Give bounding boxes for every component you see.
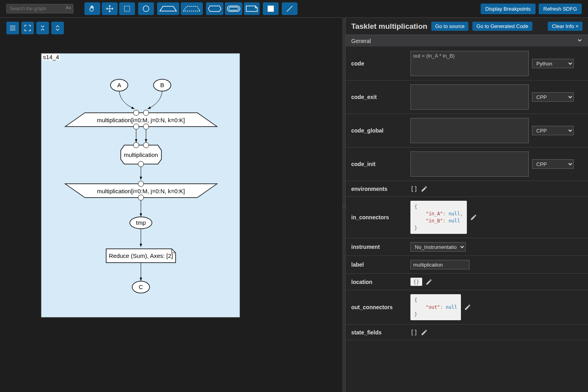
svg-rect-3 bbox=[229, 7, 238, 10]
connector[interactable] bbox=[138, 195, 144, 200]
environments-value: [] bbox=[410, 185, 418, 192]
fit-view-button[interactable] bbox=[21, 22, 34, 34]
menu-button[interactable] bbox=[6, 22, 19, 34]
section-general-label: General bbox=[351, 38, 371, 44]
edit-icon[interactable] bbox=[421, 329, 428, 336]
section-general[interactable]: General bbox=[346, 35, 588, 47]
label-input[interactable] bbox=[410, 260, 470, 269]
prop-code-global-label: code_global bbox=[351, 127, 406, 134]
tmp-label: tmp bbox=[136, 219, 146, 226]
add-state-tool[interactable] bbox=[263, 2, 279, 15]
nav-tool-group bbox=[84, 2, 135, 15]
connector[interactable] bbox=[133, 124, 139, 129]
prop-in-connectors-label: in_connectors bbox=[351, 214, 406, 220]
prop-out-connectors-label: out_connectors bbox=[351, 304, 406, 310]
go-to-generated-button[interactable]: Go to Generated Code bbox=[472, 22, 532, 31]
code-global-lang-select[interactable]: CPP bbox=[532, 126, 574, 135]
prop-location: location {} bbox=[346, 274, 588, 290]
chevron-down-icon bbox=[577, 37, 582, 44]
prop-code-exit: code_exit CPP bbox=[346, 80, 588, 114]
svg-point-1 bbox=[143, 6, 149, 12]
search-input[interactable] bbox=[6, 4, 73, 13]
main-area: s14_4 A B multiplication[i=0:M, bbox=[0, 17, 588, 392]
match-case-icon[interactable]: Aa bbox=[66, 5, 71, 10]
add-consume-tool[interactable] bbox=[181, 2, 203, 15]
shape-tool-group bbox=[206, 2, 260, 15]
node-c-label: C bbox=[139, 284, 143, 290]
pan-tool[interactable] bbox=[84, 2, 100, 15]
map-tool-group bbox=[157, 2, 203, 15]
collapse-all-button[interactable] bbox=[36, 22, 49, 34]
edit-icon[interactable] bbox=[425, 278, 433, 286]
clear-info-button[interactable]: Clear Info × bbox=[548, 22, 582, 31]
pane-divider[interactable]: ⋮⋮ bbox=[342, 17, 345, 392]
connector[interactable] bbox=[138, 161, 144, 167]
select-tool[interactable] bbox=[119, 2, 135, 15]
prop-code-init: code_init CPP bbox=[346, 147, 588, 181]
graph-view-toolbar bbox=[6, 22, 64, 34]
refresh-sdfg-button[interactable]: Refresh SDFG bbox=[539, 4, 582, 14]
connector[interactable] bbox=[143, 142, 149, 148]
prop-location-label: location bbox=[351, 279, 406, 285]
prop-state-fields-label: state_fields bbox=[351, 329, 406, 336]
prop-label: label bbox=[346, 256, 588, 274]
code-init-lang-select[interactable]: CPP bbox=[532, 159, 574, 169]
move-tool[interactable] bbox=[102, 2, 118, 15]
prop-code-label: code bbox=[351, 60, 406, 67]
add-tasklet-tool[interactable] bbox=[206, 2, 223, 15]
tasklet-label: multiplication bbox=[124, 151, 158, 158]
map-exit-label: multiplication[i=0:M, j=0:N, k=0:K] bbox=[97, 188, 185, 194]
prop-out-connectors: out_connectors { "out": null } bbox=[346, 290, 588, 325]
prop-state-fields: state_fields [] bbox=[346, 325, 588, 340]
prop-instrument: instrument No_Instrumentation bbox=[346, 238, 588, 256]
prop-environments: environments [] bbox=[346, 181, 588, 197]
code-init-input[interactable] bbox=[410, 151, 529, 177]
code-global-input[interactable] bbox=[410, 118, 529, 143]
add-nested-sdfg-tool[interactable] bbox=[225, 2, 242, 15]
code-lang-select[interactable]: Python bbox=[532, 59, 574, 68]
graph-svg: A B multiplication[i=0:M, j=0:N, k=0:K] bbox=[41, 54, 240, 318]
svg-rect-0 bbox=[124, 6, 129, 11]
out-connectors-value: { "out": null } bbox=[410, 294, 461, 320]
search-wrap: Aa bbox=[6, 4, 73, 13]
edit-icon[interactable] bbox=[470, 214, 477, 221]
add-libnode-tool[interactable] bbox=[244, 2, 260, 15]
add-access-node-tool[interactable] bbox=[138, 2, 154, 15]
go-to-source-button[interactable]: Go to source bbox=[431, 22, 468, 31]
prop-label-label: label bbox=[351, 261, 406, 268]
code-exit-lang-select[interactable]: CPP bbox=[532, 92, 574, 102]
map-entry-label: multiplication[i=0:M, j=0:N, k=0:K] bbox=[97, 117, 185, 123]
connector[interactable] bbox=[143, 124, 149, 129]
node-b-label: B bbox=[160, 82, 164, 88]
graph-canvas[interactable]: s14_4 A B multiplication[i=0:M, bbox=[41, 53, 240, 317]
add-map-tool[interactable] bbox=[157, 2, 179, 15]
code-exit-input[interactable] bbox=[410, 84, 529, 110]
prop-code: code out = (in_A * in_B) Python bbox=[346, 47, 588, 80]
location-value: {} bbox=[410, 278, 422, 286]
add-edge-tool[interactable] bbox=[282, 2, 298, 15]
svg-rect-2 bbox=[227, 6, 240, 11]
properties-header: Tasklet multiplication Go to source Go t… bbox=[346, 18, 588, 35]
reduce-label: Reduce (Sum), Axes: [2] bbox=[109, 252, 173, 259]
connector[interactable] bbox=[133, 110, 139, 116]
edit-icon[interactable] bbox=[464, 304, 471, 311]
instrument-select[interactable]: No_Instrumentation bbox=[410, 242, 466, 252]
top-toolbar: Aa bbox=[0, 0, 588, 17]
connector[interactable] bbox=[143, 110, 149, 116]
properties-pane: Tasklet multiplication Go to source Go t… bbox=[345, 17, 588, 392]
code-input[interactable]: out = (in_A * in_B) bbox=[410, 51, 529, 76]
node-a-label: A bbox=[117, 82, 121, 88]
connector[interactable] bbox=[133, 142, 139, 148]
prop-in-connectors: in_connectors { "in_A": null, "in_B": nu… bbox=[346, 197, 588, 238]
prop-environments-label: environments bbox=[351, 186, 406, 192]
edit-icon[interactable] bbox=[421, 185, 428, 192]
display-breakpoints-button[interactable]: Display Breakpoints bbox=[481, 4, 536, 14]
prop-code-global: code_global CPP bbox=[346, 114, 588, 147]
in-connectors-value: { "in_A": null, "in_B": null } bbox=[410, 201, 467, 234]
graph-pane[interactable]: s14_4 A B multiplication[i=0:M, bbox=[0, 17, 342, 392]
state-fields-value: [] bbox=[410, 329, 418, 336]
prop-code-exit-label: code_exit bbox=[351, 94, 406, 100]
expand-all-button[interactable] bbox=[51, 22, 64, 34]
prop-code-init-label: code_init bbox=[351, 161, 406, 167]
connector[interactable] bbox=[138, 181, 144, 187]
